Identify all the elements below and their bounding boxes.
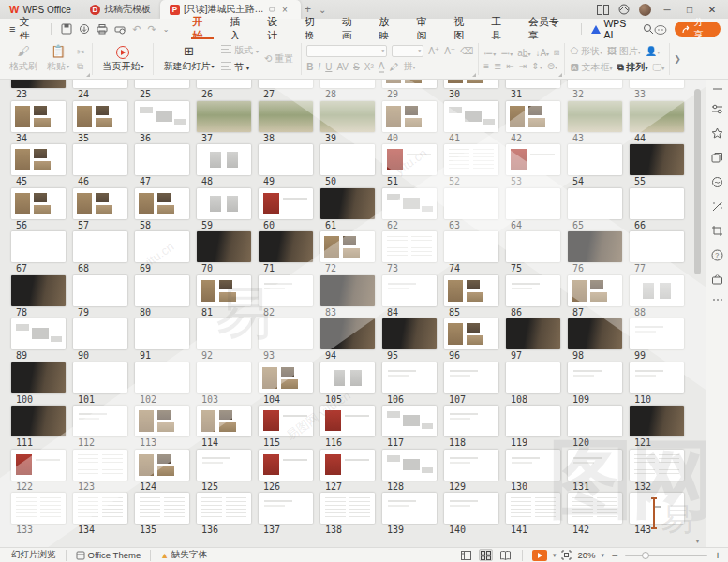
collapse-panel-icon[interactable]	[712, 87, 723, 91]
slide-thumbnail[interactable]	[568, 275, 622, 306]
slide-thumbnail[interactable]	[444, 231, 498, 262]
slide-thumbnail[interactable]	[382, 80, 437, 88]
slide-thumbnail[interactable]	[135, 450, 189, 481]
play-from-current-button[interactable]: 当页开始▾	[97, 41, 148, 77]
zoom-percent[interactable]: 20%	[577, 550, 595, 560]
maximize-icon[interactable]: □	[683, 5, 696, 15]
slide-thumbnail[interactable]	[11, 362, 66, 393]
slide-thumbnail[interactable]	[444, 493, 498, 524]
slide-thumbnail[interactable]	[320, 231, 375, 262]
slide-thumbnail[interactable]	[135, 406, 189, 436]
slide-thumbnail[interactable]	[320, 80, 375, 88]
slide-sorter-canvas[interactable]: 2324252627282930313233343536373839404142…	[0, 80, 706, 547]
tab-animation[interactable]: 动画	[334, 19, 371, 39]
qat-customize-caret-icon[interactable]: ⌄	[163, 25, 170, 34]
slide-thumbnail[interactable]	[568, 450, 622, 481]
slide-thumbnail[interactable]	[506, 80, 560, 88]
tab-view[interactable]: 视图	[445, 19, 483, 39]
bullets-icon[interactable]: ≔▾	[483, 48, 496, 58]
increase-font-icon[interactable]: A⁺	[428, 46, 439, 56]
missing-font-warning[interactable]: ▲ 缺失字体	[155, 549, 213, 561]
slide-thumbnail[interactable]	[73, 450, 127, 481]
superscript-icon[interactable]: X²	[364, 62, 374, 72]
slide-thumbnail[interactable]	[382, 231, 437, 262]
slideshow-play-button[interactable]	[532, 550, 547, 561]
slide-thumbnail[interactable]	[320, 362, 375, 393]
slide-thumbnail[interactable]	[11, 318, 66, 349]
slide-thumbnail[interactable]	[382, 406, 437, 436]
shapes-button[interactable]: ⬠ 形状▾	[570, 45, 602, 58]
slide-thumbnail[interactable]	[506, 362, 560, 393]
tab-close-icon[interactable]: ×	[278, 5, 291, 15]
ribbon-expand-chevron-icon[interactable]: ❯	[670, 39, 685, 79]
selection-pane-icon[interactable]	[711, 152, 723, 164]
wps-ai-button[interactable]: WPS AI	[586, 18, 643, 40]
slide-thumbnail[interactable]	[630, 318, 684, 349]
slide-thumbnail[interactable]	[382, 493, 437, 524]
tab-review[interactable]: 审阅	[408, 19, 445, 39]
section-button[interactable]: 节 ▾	[221, 61, 259, 74]
arrange-button[interactable]: ⧉ 排列▾	[617, 61, 648, 74]
slide-thumbnail[interactable]	[73, 406, 127, 436]
slide-thumbnail[interactable]	[444, 450, 498, 481]
slide-thumbnail[interactable]	[506, 318, 560, 349]
slide-thumbnail[interactable]	[11, 275, 66, 306]
slide-thumbnail[interactable]	[259, 493, 313, 524]
mode-sphere-icon[interactable]	[618, 4, 630, 15]
slide-thumbnail[interactable]	[630, 144, 684, 175]
slide-thumbnail[interactable]	[568, 188, 622, 219]
tab-member[interactable]: 会员专享	[520, 19, 578, 39]
zoom-slider-handle[interactable]	[642, 552, 649, 559]
user-avatar[interactable]	[639, 4, 651, 16]
slide-thumbnail[interactable]	[444, 318, 498, 349]
slide-thumbnail[interactable]	[630, 80, 684, 88]
slide-thumbnail[interactable]	[630, 406, 684, 436]
slide-thumbnail[interactable]	[444, 275, 498, 306]
slide-thumbnail[interactable]	[630, 188, 684, 219]
phonetic-icon[interactable]: 拼▾	[403, 60, 415, 73]
indent-increase-icon[interactable]: ⇥	[519, 61, 527, 71]
slide-thumbnail[interactable]	[11, 493, 66, 524]
new-tab-button[interactable]: +	[301, 3, 315, 16]
slide-thumbnail[interactable]	[506, 275, 560, 306]
play-options-caret-icon[interactable]: ▾	[553, 552, 557, 559]
font-size-select[interactable]	[392, 45, 423, 57]
slide-thumbnail[interactable]	[135, 188, 189, 219]
slide-thumbnail[interactable]	[506, 144, 560, 175]
italic-icon[interactable]: I	[318, 62, 320, 72]
slide-thumbnail[interactable]	[320, 275, 375, 306]
zoom-slider[interactable]	[625, 555, 707, 556]
slide-thumbnail[interactable]	[320, 450, 375, 481]
slide-thumbnail[interactable]	[320, 406, 375, 436]
picture-button[interactable]: 🖼 图片▾	[607, 45, 641, 58]
slide-thumbnail[interactable]	[506, 493, 560, 524]
slide-thumbnail[interactable]	[197, 450, 251, 481]
slide-thumbnail[interactable]	[506, 406, 560, 436]
format-painter-button[interactable]: 🖌 格式刷	[5, 41, 42, 77]
align-left-icon[interactable]: ≡	[483, 61, 489, 71]
effects-star-icon[interactable]	[711, 127, 723, 140]
slide-thumbnail[interactable]	[320, 318, 375, 349]
split-view-icon[interactable]	[597, 5, 609, 15]
slide-thumbnail[interactable]	[506, 231, 560, 262]
slide-thumbnail[interactable]	[382, 275, 437, 306]
slide-thumbnail[interactable]	[382, 318, 437, 349]
smart-tools-icon[interactable]	[711, 200, 723, 213]
slide-thumbnail[interactable]	[135, 318, 189, 349]
cut-icon[interactable]: ✂	[77, 47, 84, 57]
slide-thumbnail[interactable]	[11, 450, 66, 481]
slide-thumbnail[interactable]	[506, 188, 560, 219]
clear-format-icon[interactable]: ⌫	[460, 46, 473, 56]
font-color-icon[interactable]: A	[379, 61, 385, 73]
tab-list-caret-icon[interactable]: ⌄	[315, 5, 330, 15]
slide-thumbnail[interactable]	[259, 101, 313, 132]
slide-thumbnail[interactable]	[444, 406, 498, 436]
slide-thumbnail[interactable]	[135, 493, 189, 524]
slide-thumbnail[interactable]	[382, 450, 437, 481]
slide-thumbnail[interactable]	[320, 101, 375, 132]
strikethrough-icon[interactable]: S	[353, 62, 360, 72]
crop-frame-icon[interactable]	[711, 225, 723, 237]
slide-thumbnail[interactable]	[73, 231, 127, 262]
slide-thumbnail[interactable]	[259, 80, 313, 88]
slide-thumbnail[interactable]	[11, 80, 66, 88]
